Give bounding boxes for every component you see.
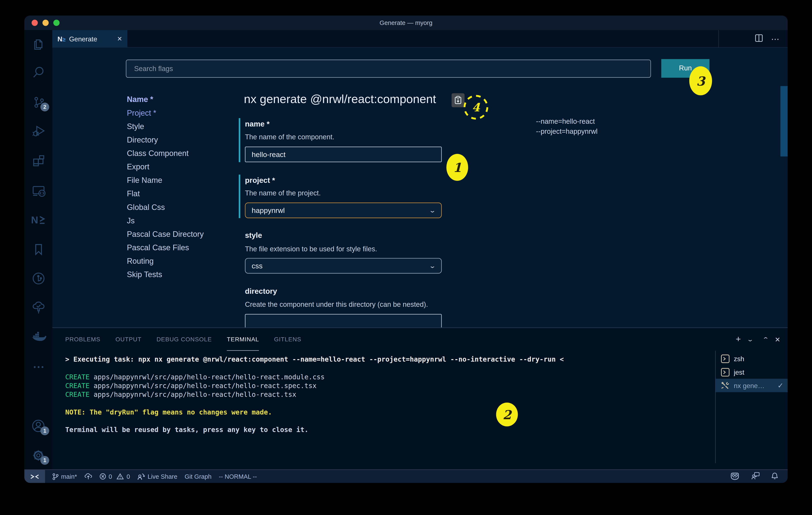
style-field-select[interactable]: css⌄: [245, 258, 442, 273]
generator-nav-export[interactable]: Export: [127, 160, 204, 173]
accounts-badge: 1: [40, 427, 49, 435]
project-field-desc: The name of the project.: [245, 189, 321, 197]
more-views-icon[interactable]: [24, 356, 52, 377]
source-control-badge: 2: [40, 103, 49, 111]
svg-text:N: N: [31, 214, 38, 225]
directory-field-desc: Create the component under this director…: [245, 301, 428, 308]
tab-generate[interactable]: N≥ Generate ✕: [52, 30, 127, 48]
terminal-session-label: jest: [734, 368, 783, 376]
source-control-icon[interactable]: 2: [24, 92, 52, 112]
window-title: Generate — myorg: [24, 16, 788, 30]
panel-tab-problems[interactable]: PROBLEMS: [65, 328, 100, 351]
extensions-icon[interactable]: [24, 150, 52, 171]
task-success-check-icon: ✓: [778, 381, 783, 389]
project-field-select[interactable]: happynrwl⌄: [245, 203, 442, 218]
terminal-line: CREATE apps/happynrwl/src/app/hello-reac…: [65, 381, 564, 390]
generator-nav-project[interactable]: Project *: [127, 106, 204, 120]
terminal-session-zsh[interactable]: zsh: [716, 352, 788, 365]
feedback-icon[interactable]: [751, 472, 760, 481]
minimize-window-button[interactable]: [42, 20, 49, 26]
new-terminal-icon[interactable]: +: [736, 334, 741, 345]
terminal-line: [65, 399, 564, 408]
generator-heading: nx generate @nrwl/react:component: [244, 92, 436, 106]
split-editor-icon[interactable]: [755, 34, 763, 44]
annotation-4: 4: [463, 94, 489, 120]
terminal-line: NOTE: The "dryRun" flag means no changes…: [65, 408, 564, 416]
copy-command-icon[interactable]: [452, 93, 465, 107]
vim-mode-indicator: -- NORMAL --: [219, 473, 257, 480]
generator-nav-routing[interactable]: Routing: [127, 254, 204, 268]
git-graph-item[interactable]: Git Graph: [185, 473, 211, 480]
generator-nav-js[interactable]: Js: [127, 214, 204, 227]
terminal-line: > Executing task: npx nx generate @nrwl/…: [65, 355, 564, 364]
generator-nav-style[interactable]: Style: [127, 120, 204, 133]
directory-field-input[interactable]: [245, 314, 442, 327]
close-panel-icon[interactable]: ✕: [775, 335, 780, 343]
screen: Generate — myorg 2N11 N≥ Generate ✕: [0, 0, 812, 515]
owl-extension-icon[interactable]: [730, 472, 740, 482]
terminal-line: CREATE apps/happynrwl/src/app/hello-reac…: [65, 373, 564, 381]
maximize-panel-icon[interactable]: ⌃: [762, 336, 770, 343]
problems-item[interactable]: 0 0: [99, 473, 130, 480]
editor-scrollbar[interactable]: [780, 86, 788, 156]
docker-icon[interactable]: [24, 326, 52, 347]
sync-icon[interactable]: [84, 473, 92, 480]
status-bar: main* 0 0 Live Share Git Graph -- NORMAL…: [24, 469, 788, 483]
manage-settings-icon[interactable]: 1: [24, 445, 52, 466]
terminal-line: [65, 364, 564, 373]
annotation-1: 1: [446, 154, 468, 181]
search-flags-input[interactable]: [126, 59, 651, 78]
generator-nav-pascal-case-files[interactable]: Pascal Case Files: [127, 241, 204, 254]
nx-console-icon: N≥: [58, 35, 65, 43]
name-field-label: name *: [245, 120, 270, 128]
directory-field-label: directory: [245, 287, 277, 295]
more-actions-icon[interactable]: ⋯: [771, 34, 779, 44]
panel-tab-gitlens[interactable]: GITLENS: [274, 328, 301, 351]
generator-nav-directory[interactable]: Directory: [127, 133, 204, 146]
name-field-accent-bar: [239, 118, 240, 162]
activity-bar: 2N11: [24, 30, 52, 469]
terminal-session-jest[interactable]: jest: [716, 365, 788, 379]
panel-tab-debug-console[interactable]: DEBUG CONSOLE: [156, 328, 212, 351]
terminal-dropdown-icon[interactable]: ⌄: [746, 336, 754, 343]
todo-tree-icon[interactable]: [24, 297, 52, 318]
explorer-icon[interactable]: [24, 33, 52, 53]
close-window-button[interactable]: [32, 20, 38, 26]
cli-flags-preview: --name=hello-react --project=happynrwl: [536, 116, 598, 136]
search-icon[interactable]: [24, 62, 52, 82]
tab-close-icon[interactable]: ✕: [117, 35, 122, 43]
generator-nav-flat[interactable]: Flat: [127, 187, 204, 200]
generator-option-nav: Name *Project *StyleDirectoryClass Compo…: [127, 93, 204, 281]
remote-indicator[interactable]: [24, 469, 45, 483]
annotation-3: 3: [689, 66, 712, 96]
vscode-window: Generate — myorg 2N11 N≥ Generate ✕: [24, 16, 788, 483]
terminal-session-nxgene[interactable]: nx gene…✓: [716, 379, 788, 392]
zoom-window-button[interactable]: [53, 20, 59, 26]
panel-tab-output[interactable]: OUTPUT: [115, 328, 141, 351]
bookmarks-icon[interactable]: [24, 239, 52, 260]
notifications-bell-icon[interactable]: [771, 472, 778, 481]
remote-explorer-icon[interactable]: [24, 180, 52, 201]
gitlens-icon[interactable]: [24, 268, 52, 289]
generator-nav-skip-tests[interactable]: Skip Tests: [127, 268, 204, 281]
style-field-desc: The file extension to be used for style …: [245, 245, 377, 253]
accounts-icon[interactable]: 1: [24, 415, 52, 436]
live-share-item[interactable]: Live Share: [137, 473, 177, 480]
generator-nav-pascal-case-directory[interactable]: Pascal Case Directory: [127, 227, 204, 241]
run-and-debug-icon[interactable]: [24, 121, 52, 141]
terminal-session-label: zsh: [734, 355, 783, 362]
git-branch-item[interactable]: main*: [52, 473, 77, 480]
generator-nav-name[interactable]: Name *: [127, 93, 204, 106]
generator-nav-file-name[interactable]: File Name: [127, 174, 204, 187]
nx-console-icon[interactable]: N: [24, 209, 52, 230]
terminal-line: CREATE apps/happynrwl/src/app/hello-reac…: [65, 390, 564, 399]
name-field-desc: The name of the component.: [245, 133, 335, 141]
terminal-icon: [721, 368, 730, 376]
terminal-line: [65, 417, 564, 425]
annotation-2: 2: [496, 403, 518, 427]
panel-tab-terminal[interactable]: TERMINAL: [227, 328, 259, 351]
generator-nav-class-component[interactable]: Class Component: [127, 146, 204, 160]
generator-nav-global-css[interactable]: Global Css: [127, 200, 204, 214]
tab-bar: N≥ Generate ✕ ⋯: [52, 30, 788, 48]
name-field-input[interactable]: hello-react: [245, 146, 442, 162]
